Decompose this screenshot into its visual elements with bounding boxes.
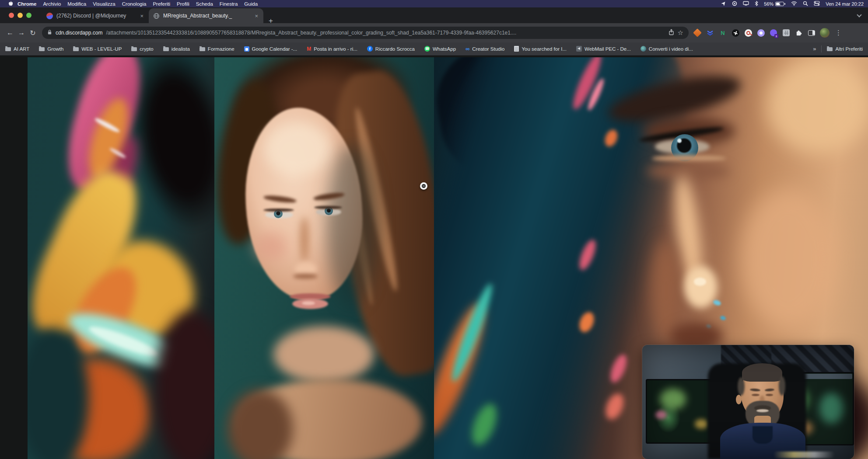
tab-discord[interactable]: (2762) Discord | @Midjourney × <box>42 8 149 23</box>
minimize-window-button[interactable] <box>18 13 23 18</box>
folder-icon <box>39 47 45 51</box>
bookmark-label: Growth <box>47 46 63 52</box>
lock-icon[interactable] <box>47 29 52 37</box>
bookmark-converti-video[interactable]: Converti i video di... <box>640 46 693 52</box>
portrait-shadow <box>326 145 378 306</box>
portrait-nostrils <box>293 274 318 279</box>
bookmark-whatsapp[interactable]: ☎WhatsApp <box>424 46 456 52</box>
bookmark-ai-art[interactable]: AI ART <box>5 46 29 52</box>
bookmark-you-searched[interactable]: You searched for I... <box>514 46 567 52</box>
menu-modifica[interactable]: Modifica <box>67 1 86 7</box>
portrait-lash-left <box>263 209 294 212</box>
macos-menu-bar: Chrome Archivio Modifica Visualizza Cron… <box>0 0 868 7</box>
bookmark-label: You searched for I... <box>522 46 567 52</box>
back-button[interactable]: ← <box>4 27 16 38</box>
menu-scheda[interactable]: Scheda <box>196 1 213 7</box>
bookmarks-overflow-chevron[interactable]: » <box>813 45 816 52</box>
extensions-puzzle-icon[interactable] <box>794 28 803 37</box>
menu-finestra[interactable]: Finestra <box>220 1 238 7</box>
apple-logo-icon[interactable] <box>8 1 13 7</box>
control-center-icon[interactable] <box>814 1 820 7</box>
tab-close-icon[interactable]: × <box>139 13 144 19</box>
tab-search-chevron-icon[interactable] <box>857 12 861 17</box>
closeup-blue-glint <box>713 299 722 306</box>
closeup-eye-glint <box>677 139 682 143</box>
portrait-neck <box>273 326 374 383</box>
bookmark-growth[interactable]: Growth <box>39 46 63 52</box>
bookmark-label: Google Calendar -... <box>252 46 298 52</box>
portrait-forehead-light <box>265 123 330 175</box>
bookmark-facebook-profile[interactable]: fRiccardo Scrocca <box>367 46 415 52</box>
tab-close-icon[interactable]: × <box>254 13 259 19</box>
spotlight-search-icon[interactable] <box>803 1 808 7</box>
bookmark-crypto[interactable]: crypto <box>131 46 153 52</box>
folder-icon <box>131 47 137 51</box>
bookmarks-bar: AI ART Growth WEB - LEVEL-UP crypto idea… <box>0 42 868 56</box>
side-panel-icon[interactable] <box>807 28 816 37</box>
menu-cronologia[interactable]: Cronologia <box>122 1 147 7</box>
zoom-out-cursor <box>420 182 427 190</box>
bookmark-label: Formazione <box>208 46 234 52</box>
close-window-button[interactable] <box>9 13 14 18</box>
bluetooth-icon[interactable] <box>755 1 758 7</box>
url-path: /attachments/1013512335442333816/1088905… <box>106 30 665 36</box>
bookmark-creator-studio[interactable]: ∞Creator Studio <box>466 46 504 52</box>
screen-record-icon[interactable] <box>732 1 737 7</box>
globe-favicon <box>153 13 160 19</box>
image-panel-portrait[interactable] <box>214 57 434 459</box>
other-bookmarks-folder[interactable]: Altri Preferiti <box>827 46 863 52</box>
menu-archivio[interactable]: Archivio <box>43 1 61 7</box>
chrome-menu-icon[interactable]: ⋮ <box>833 29 844 37</box>
battery-icon <box>775 2 784 6</box>
folder-icon <box>827 47 833 51</box>
menu-bar-clock[interactable]: Ven 24 mar 20:22 <box>826 1 864 7</box>
address-bar[interactable]: cdn.discordapp.com /attachments/10135123… <box>42 27 689 39</box>
menu-profili[interactable]: Profili <box>177 1 189 7</box>
wifi-icon[interactable] <box>791 1 797 7</box>
portrait-cheek <box>255 232 287 261</box>
tab-title: MRregista_Abstract_beauty._ <box>163 13 250 19</box>
menu-guida[interactable]: Guida <box>244 1 258 7</box>
purple-swirl-extension-icon[interactable] <box>756 28 765 37</box>
tab-title: (2762) Discord | @Midjourney <box>56 13 136 19</box>
green-n-extension-icon[interactable]: N <box>718 28 727 37</box>
purple-s-extension-icon[interactable]: s <box>769 28 778 37</box>
bookmark-star-icon[interactable]: ☆ <box>678 29 683 37</box>
url-host: cdn.discordapp.com <box>56 30 102 36</box>
bookmark-label: WebMail PEC - De... <box>584 46 631 52</box>
document-icon <box>514 46 519 52</box>
black-circle-extension-icon[interactable] <box>731 28 740 37</box>
menu-chrome[interactable]: Chrome <box>18 1 36 7</box>
grid-extension-icon[interactable] <box>782 28 791 37</box>
bookmark-label: WEB - LEVEL-UP <box>81 46 122 52</box>
folder-icon <box>200 47 205 51</box>
blue-wave-extension-icon[interactable] <box>706 28 714 37</box>
zoom-window-button[interactable] <box>26 13 32 18</box>
password-key-extension-icon[interactable] <box>744 28 752 37</box>
bookmark-idealista[interactable]: idealista <box>163 46 190 52</box>
tab-image-active[interactable]: MRregista_Abstract_beauty._ × <box>149 8 263 23</box>
closeup-blue-glint <box>720 315 726 321</box>
menu-preferiti[interactable]: Preferiti <box>153 1 170 7</box>
display-mirroring-icon[interactable] <box>743 1 749 7</box>
profile-avatar[interactable] <box>820 28 830 38</box>
reload-button[interactable]: ↻ <box>27 27 38 38</box>
menu-visualizza[interactable]: Visualizza <box>93 1 116 7</box>
share-icon[interactable] <box>668 29 674 37</box>
bookmark-label: WhatsApp <box>433 46 456 52</box>
bookmark-google-calendar[interactable]: Google Calendar -... <box>244 46 298 52</box>
image-panel-abstract[interactable] <box>28 57 214 459</box>
browser-toolbar: ← → ↻ cdn.discordapp.com /attachments/10… <box>0 23 868 42</box>
battery-indicator[interactable]: 56% <box>764 1 785 7</box>
forward-button[interactable]: → <box>16 27 27 38</box>
webmail-icon <box>576 46 582 52</box>
bookmark-webmail-pec[interactable]: WebMail PEC - De... <box>576 46 631 52</box>
facebook-icon: f <box>367 46 373 52</box>
bookmark-gmail-inbox[interactable]: MPosta in arrivo - ri... <box>307 46 357 52</box>
bookmark-web-level-up[interactable]: WEB - LEVEL-UP <box>73 46 122 52</box>
portrait-nose-shade <box>300 217 309 263</box>
fox-extension-icon[interactable] <box>693 28 702 37</box>
bookmark-label: idealista <box>172 46 190 52</box>
bookmark-formazione[interactable]: Formazione <box>200 46 234 52</box>
location-arrow-icon[interactable] <box>721 1 726 7</box>
